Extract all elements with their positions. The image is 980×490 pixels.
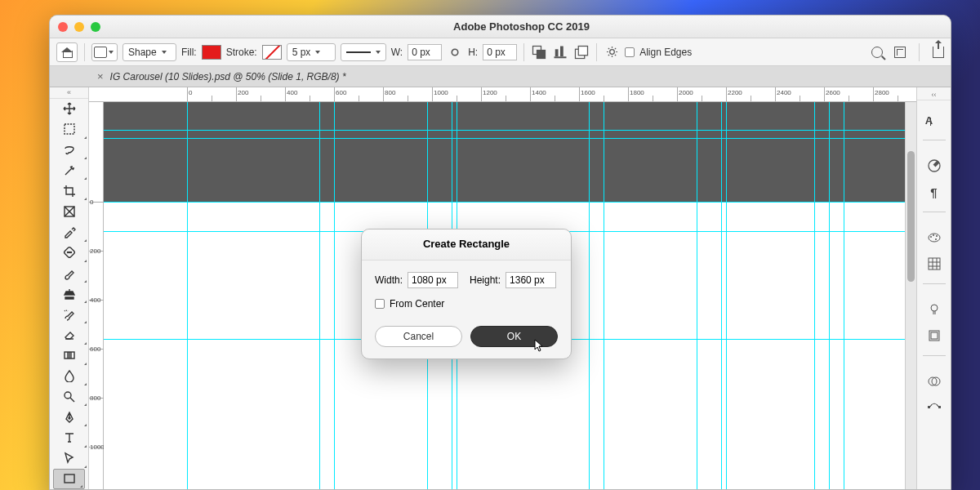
dialog-height-input[interactable]: 1360 px xyxy=(506,272,556,288)
path-operations-icon[interactable] xyxy=(531,44,547,60)
svg-rect-24 xyxy=(65,474,74,483)
eraser-tool[interactable] xyxy=(50,324,88,345)
stroke-color-swatch[interactable] xyxy=(262,45,282,60)
align-edges-checkbox[interactable] xyxy=(625,47,635,57)
guide-vertical[interactable] xyxy=(814,102,815,489)
close-window-button[interactable] xyxy=(58,22,68,32)
tool-preset-picker[interactable] xyxy=(91,43,118,61)
path-arrangement-icon[interactable] xyxy=(573,44,590,60)
dialog-width-label: Width: xyxy=(375,274,403,286)
maximize-window-button[interactable] xyxy=(91,22,100,32)
document-tab[interactable]: × IG Carousel (10 Slides).psd @ 50% (Sli… xyxy=(87,66,356,87)
dialog-title: Create Rectangle xyxy=(362,229,571,261)
svg-point-26 xyxy=(929,234,940,242)
marquee-tool[interactable] xyxy=(50,119,88,140)
gradient-tool[interactable] xyxy=(50,345,88,366)
svg-point-30 xyxy=(935,238,937,240)
svg-point-14 xyxy=(69,252,69,253)
guide-horizontal[interactable] xyxy=(104,138,905,139)
healing-brush-tool[interactable] xyxy=(50,243,88,263)
options-bar: Shape Fill: Stroke: 5 px W: 0 px H: 0 px… xyxy=(50,38,951,66)
cancel-button[interactable]: Cancel xyxy=(375,326,462,347)
svg-line-22 xyxy=(70,398,74,402)
guide-vertical[interactable] xyxy=(187,102,188,489)
search-icon[interactable] xyxy=(871,47,883,58)
magic-wand-tool[interactable] xyxy=(50,160,88,180)
dialog-height-label: Height: xyxy=(470,274,501,286)
swatches-panel-icon[interactable] xyxy=(926,229,942,246)
stroke-label: Stroke: xyxy=(226,47,257,58)
eyedropper-tool[interactable] xyxy=(50,222,88,243)
ruler-vertical[interactable]: 0200400600800100012001400 xyxy=(89,102,104,489)
home-icon xyxy=(61,47,73,57)
svg-rect-43 xyxy=(928,406,930,408)
svg-point-13 xyxy=(67,252,68,253)
dialog-width-input[interactable]: 1080 px xyxy=(408,272,458,288)
link-wh-icon[interactable] xyxy=(447,44,463,60)
stroke-width-dropdown[interactable]: 5 px xyxy=(287,43,336,61)
ruler-horizontal[interactable]: 0200400600800100012001400160018002000220… xyxy=(89,87,916,102)
clone-stamp-tool[interactable] xyxy=(50,283,88,304)
properties-panel-icon[interactable] xyxy=(926,256,942,272)
learn-panel-icon[interactable] xyxy=(926,301,942,318)
dodge-tool[interactable] xyxy=(50,386,88,407)
rectangle-tool[interactable] xyxy=(53,469,85,489)
height-input[interactable]: 0 px xyxy=(483,44,517,60)
mode-label: Shape xyxy=(128,47,157,58)
guide-vertical[interactable] xyxy=(829,102,830,489)
minimize-window-button[interactable] xyxy=(74,22,84,32)
character-panel-icon[interactable]: A xyxy=(921,112,938,128)
svg-line-45 xyxy=(930,404,932,407)
vertical-scrollbar[interactable] xyxy=(905,102,916,489)
type-tool[interactable] xyxy=(50,427,88,448)
tools-collapse-icon[interactable]: « xyxy=(50,87,88,99)
home-button[interactable] xyxy=(56,42,78,62)
stroke-style-dropdown[interactable] xyxy=(341,43,386,61)
path-alignment-icon[interactable] xyxy=(552,44,568,60)
libraries-panel-icon[interactable] xyxy=(926,327,942,344)
lasso-tool[interactable] xyxy=(50,140,88,160)
share-icon[interactable] xyxy=(933,47,944,58)
guide-horizontal[interactable] xyxy=(104,202,905,203)
svg-point-15 xyxy=(70,252,71,253)
frame-tool[interactable] xyxy=(50,201,88,221)
path-selection-tool[interactable] xyxy=(50,448,88,469)
adjustments-panel-icon[interactable] xyxy=(926,373,942,390)
from-center-checkbox[interactable] xyxy=(375,299,385,309)
guide-vertical[interactable] xyxy=(844,102,844,489)
paragraph-panel-icon[interactable]: ¶ xyxy=(926,184,942,200)
history-brush-tool[interactable] xyxy=(50,304,88,324)
crop-tool[interactable] xyxy=(50,180,88,201)
close-tab-icon[interactable]: × xyxy=(97,70,104,82)
width-input[interactable]: 0 px xyxy=(408,44,442,60)
move-tool[interactable] xyxy=(50,99,88,119)
ok-button[interactable]: OK xyxy=(470,326,558,347)
fill-color-swatch[interactable] xyxy=(202,45,221,60)
svg-rect-44 xyxy=(938,406,941,408)
guide-vertical[interactable] xyxy=(319,102,320,489)
svg-rect-3 xyxy=(555,49,559,56)
panels-collapse-icon[interactable]: ‹‹ xyxy=(917,91,951,100)
paths-panel-icon[interactable] xyxy=(926,399,942,416)
workspace-switcher-icon[interactable] xyxy=(894,47,906,58)
width-label: W: xyxy=(391,47,403,58)
shape-options-gear-icon[interactable] xyxy=(604,44,620,60)
color-wheel-panel-icon[interactable] xyxy=(926,158,942,174)
blur-tool[interactable] xyxy=(50,366,88,386)
guide-horizontal[interactable] xyxy=(104,130,905,131)
guide-vertical[interactable] xyxy=(697,102,697,489)
align-edges-label: Align Edges xyxy=(639,47,692,58)
guide-vertical[interactable] xyxy=(726,102,727,489)
guide-vertical[interactable] xyxy=(604,102,604,489)
guide-vertical[interactable] xyxy=(589,102,590,489)
scrollbar-thumb[interactable] xyxy=(907,151,915,282)
titlebar: Adobe Photoshop CC 2019 xyxy=(50,16,951,38)
svg-point-23 xyxy=(69,417,70,419)
guide-vertical[interactable] xyxy=(721,102,722,489)
chevron-down-icon xyxy=(109,51,114,54)
brush-tool[interactable] xyxy=(50,263,88,283)
guide-vertical[interactable] xyxy=(334,102,335,489)
svg-point-27 xyxy=(930,236,932,238)
pen-tool[interactable] xyxy=(50,407,88,427)
mode-dropdown[interactable]: Shape xyxy=(122,43,176,61)
